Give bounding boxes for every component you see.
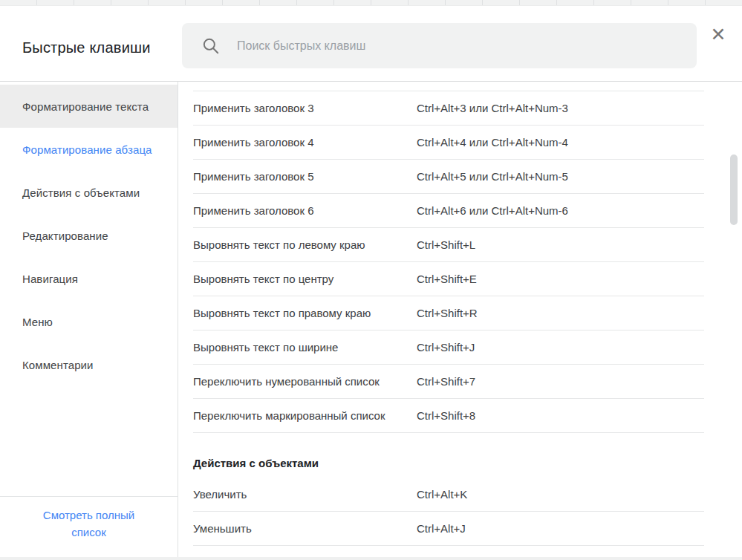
shortcut-keys: Ctrl+Alt+6 или Ctrl+Alt+Num-6 [417,204,568,217]
shortcut-keys: Ctrl+Alt+K [417,488,467,501]
sidebar-item[interactable]: Комментарии [0,343,178,386]
shortcut-action-label: Выровнять текст по левому краю [193,238,417,251]
shortcut-action-label: Применить заголовок 5 [193,170,417,183]
keyboard-shortcuts-dialog: Быстрые клавиши ✕ Форматирование текст [0,6,742,557]
sidebar-item-label: Комментарии [22,359,94,371]
background-ruler-strip [0,0,742,6]
sidebar-item[interactable]: Действия с объектами [0,171,178,214]
shortcut-keys: Ctrl+Shift+L [417,238,475,251]
sidebar-item[interactable]: Навигация [0,257,178,300]
shortcut-row: Переключить нумерованный список Ctrl+Shi… [193,365,704,399]
shortcut-row: Применить заголовок 3 Ctrl+Alt+3 или Ctr… [193,91,704,126]
shortcut-keys: Ctrl+Alt+J [417,522,466,535]
shortcut-row: Выровнять текст по правому краю Ctrl+Shi… [193,296,704,331]
shortcut-row: Применить заголовок 4 Ctrl+Alt+4 или Ctr… [193,126,704,160]
sidebar-item-label: Навигация [22,273,78,285]
shortcut-keys: Ctrl+Shift+E [417,273,477,285]
screen: Быстрые клавиши ✕ Форматирование текст [0,0,742,560]
shortcut-keys: Ctrl+Alt+4 или Ctrl+Alt+Num-4 [417,136,568,149]
sidebar-item-label: Действия с объектами [22,186,140,199]
search-input[interactable] [237,39,682,53]
dialog-title: Быстрые клавиши [22,39,151,56]
section-heading: Действия с объектами [193,433,704,478]
shortcut-keys: Ctrl+Alt+3 или Ctrl+Alt+Num-3 [417,102,568,114]
see-full-list-link[interactable]: Смотреть полный список [0,497,178,557]
section-shortcut-rows: Увеличить Ctrl+Alt+K Уменьшить Ctrl+Alt+… [193,478,704,546]
shortcut-action-label: Переключить нумерованный список [193,375,417,388]
shortcut-row: Увеличить Ctrl+Alt+K [193,478,704,512]
shortcut-row: Выровнять текст по центру Ctrl+Shift+E [193,262,704,296]
sidebar-item-label: Редактирование [22,229,108,242]
sidebar-item[interactable]: Редактирование [0,214,178,257]
shortcut-action-label: Увеличить [193,488,417,501]
dialog-header: Быстрые клавиши ✕ [0,6,742,82]
shortcut-keys: Ctrl+Shift+J [417,341,475,354]
shortcut-rows: Применить заголовок 3 Ctrl+Alt+3 или Ctr… [193,91,704,433]
sidebar-item[interactable]: Форматирование текста [0,85,178,128]
sidebar-item-label: Форматирование абзаца [22,143,152,156]
close-icon: ✕ [711,25,726,44]
shortcut-row: Применить заголовок 6 Ctrl+Alt+6 или Ctr… [193,194,704,228]
sidebar-footer: Смотреть полный список [0,496,178,557]
shortcut-row: Уменьшить Ctrl+Alt+J [193,512,704,546]
shortcut-keys: Ctrl+Shift+7 [417,375,475,388]
shortcut-action-label: Применить заголовок 3 [193,102,417,114]
close-button[interactable]: ✕ [706,22,730,46]
shortcut-row: Выровнять текст по ширине Ctrl+Shift+J [193,331,704,365]
sidebar-item-label: Меню [22,316,53,328]
dialog-body: Форматирование текста Форматирование абз… [0,82,742,557]
shortcut-list-panel: Применить заголовок 3 Ctrl+Alt+3 или Ctr… [178,82,742,557]
scrollbar-thumb[interactable] [730,154,738,225]
shortcut-action-label: Выровнять текст по правому краю [193,307,417,319]
shortcut-action-label: Уменьшить [193,522,417,535]
shortcut-action-label: Применить заголовок 4 [193,136,417,149]
shortcut-row: Переключить маркированный список Ctrl+Sh… [193,399,704,433]
search-box[interactable] [182,23,697,68]
shortcut-action-label: Переключить маркированный список [193,409,417,422]
scrolled-row-remnant [193,82,704,91]
shortcut-row: Применить заголовок 5 Ctrl+Alt+5 или Ctr… [193,160,704,194]
shortcut-action-label: Выровнять текст по центру [193,273,417,285]
shortcut-row: Выровнять текст по левому краю Ctrl+Shif… [193,228,704,262]
category-nav: Форматирование текста Форматирование абз… [0,85,178,386]
shortcut-action-label: Выровнять текст по ширине [193,341,417,354]
shortcut-keys: Ctrl+Shift+R [417,307,478,319]
shortcut-keys: Ctrl+Shift+8 [417,409,475,422]
shortcut-keys: Ctrl+Alt+5 или Ctrl+Alt+Num-5 [417,170,568,183]
search-icon [201,36,221,56]
sidebar-item-label: Форматирование текста [22,100,149,113]
sidebar-item[interactable]: Форматирование абзаца [0,128,178,171]
category-sidebar: Форматирование текста Форматирование абз… [0,82,178,557]
sidebar-item[interactable]: Меню [0,300,178,343]
background-bottom-strip [0,557,742,560]
shortcut-action-label: Применить заголовок 6 [193,204,417,217]
